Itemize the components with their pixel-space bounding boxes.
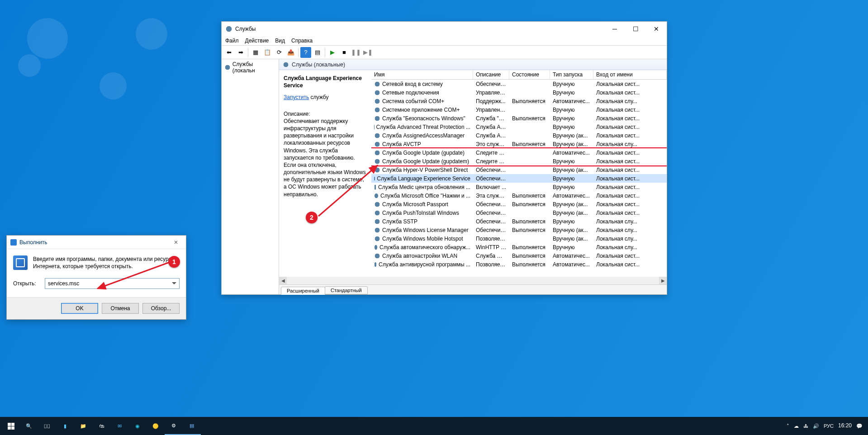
service-row[interactable]: Служба Language Experience ServiceОбеспе…	[371, 174, 667, 183]
service-icon	[374, 175, 375, 182]
tray-onedrive-icon[interactable]: ☁	[794, 423, 799, 429]
col-logon[interactable]: Вход от имени	[593, 70, 667, 79]
services-rows[interactable]: Сетевой вход в системуОбеспечив...Вручну…	[371, 80, 667, 277]
service-row[interactable]: Служба Windows Mobile HotspotПозволяет .…	[371, 234, 667, 243]
forward-button[interactable]: ➡	[235, 47, 246, 58]
run-close-button[interactable]: ✕	[170, 237, 182, 248]
service-row[interactable]: Сетевой вход в системуОбеспечив...Вручну…	[371, 80, 667, 88]
run-browse-button[interactable]: Обзор...	[142, 303, 180, 314]
taskbar-app-manager[interactable]: ▤	[183, 417, 201, 435]
search-button[interactable]: 🔍	[20, 417, 38, 435]
task-view-button[interactable]: ⌷⌷	[38, 417, 56, 435]
stop-service-button[interactable]: ■	[339, 47, 350, 58]
service-desc: Включает ...	[473, 184, 509, 190]
minimize-button[interactable]: ─	[604, 22, 625, 36]
tree-node-services-local[interactable]: Службы (локальн	[222, 60, 279, 75]
run-ok-button[interactable]: OK	[61, 303, 98, 314]
service-row[interactable]: Система событий COM+Поддержк...Выполняет…	[371, 97, 667, 105]
service-row[interactable]: Сетевые подключенияУправляет ...ВручнуюЛ…	[371, 88, 667, 97]
export-list-button[interactable]: 📋	[262, 47, 273, 58]
help-button[interactable]: ?	[300, 47, 311, 58]
service-icon	[374, 90, 380, 96]
scroll-left-button[interactable]: ◀	[279, 277, 287, 284]
run-cancel-button[interactable]: Отмена	[102, 303, 139, 314]
taskbar-app-chrome[interactable]: 🟡	[147, 417, 165, 435]
taskbar-app-notepad[interactable]: ▮	[56, 417, 74, 435]
col-state[interactable]: Состояние	[509, 70, 550, 79]
service-desc: Управлени...	[473, 107, 509, 113]
service-row[interactable]: Служба Microsoft Office "Нажми и ...Эта …	[371, 191, 667, 200]
tree-node-label: Службы (локальн	[232, 61, 276, 74]
col-name[interactable]: Имя	[371, 70, 473, 79]
service-startup: Автоматичес...	[550, 98, 593, 104]
service-desc: WinHTTP р...	[473, 244, 509, 251]
service-desc: Позволяет ...	[473, 236, 509, 242]
col-startup[interactable]: Тип запуска	[550, 70, 593, 79]
tab-standard[interactable]: Стандартный	[325, 286, 368, 294]
tray-network-icon[interactable]: 🖧	[803, 423, 808, 429]
service-name: Служба AssignedAccessManager	[382, 132, 465, 139]
tray-chevron-up-icon[interactable]: ˄	[787, 423, 789, 429]
scroll-right-button[interactable]: ▶	[659, 277, 667, 284]
service-desc: Служба Ad...	[473, 124, 509, 130]
horizontal-scrollbar[interactable]: ◀ ▶	[279, 277, 667, 284]
taskbar-app-mail[interactable]: ✉	[110, 417, 128, 435]
refresh-button[interactable]: ⟳	[274, 47, 285, 58]
service-icon	[374, 150, 380, 156]
service-row[interactable]: Служба "Безопасность Windows"Служба "Б..…	[371, 114, 667, 123]
service-row[interactable]: Служба Windows License ManagerОбеспечив.…	[371, 226, 667, 234]
run-titlebar[interactable]: Выполнить ✕	[7, 236, 186, 249]
service-icon	[374, 141, 380, 147]
export-button[interactable]: 📤	[285, 47, 296, 58]
tray-volume-icon[interactable]: 🔊	[813, 423, 819, 429]
service-row[interactable]: Служба PushToInstall WindowsОбеспечив...…	[371, 208, 667, 217]
service-row[interactable]: Служба Google Update (gupdate)Следите за…	[371, 148, 667, 157]
start-service-button[interactable]: ▶	[327, 47, 338, 58]
service-row[interactable]: Служба автонастройки WLANСлужба WL...Вып…	[371, 251, 667, 260]
service-row[interactable]: Служба Hyper-V PowerShell DirectОбеспечи…	[371, 165, 667, 174]
service-row[interactable]: Служба Advanced Threat Protection ...Слу…	[371, 123, 667, 131]
service-state: Выполняется	[509, 141, 550, 147]
maximize-button[interactable]: ☐	[625, 22, 646, 36]
run-open-label: Открыть:	[13, 280, 39, 287]
service-name: Системное приложение COM+	[382, 107, 460, 113]
start-button[interactable]	[2, 417, 20, 435]
restart-service-button[interactable]: ▶❚	[362, 47, 373, 58]
tray-notifications-icon[interactable]: 💬	[856, 423, 863, 429]
services-titlebar[interactable]: Службы ─ ☐ ✕	[222, 22, 667, 36]
service-state: Выполняется	[509, 115, 550, 122]
start-service-link[interactable]: Запустить	[284, 94, 309, 100]
taskbar-app-explorer[interactable]: 📁	[74, 417, 92, 435]
service-row[interactable]: Служба AssignedAccessManagerСлужба As...…	[371, 131, 667, 140]
tray-language[interactable]: РУС	[824, 423, 834, 429]
close-button[interactable]: ✕	[646, 22, 667, 36]
col-description[interactable]: Описание	[473, 70, 509, 79]
options-button[interactable]: ▤	[312, 47, 323, 58]
menu-action[interactable]: Действие	[245, 38, 269, 44]
run-icon	[13, 255, 28, 270]
taskbar-app-services[interactable]: ⚙	[165, 417, 183, 435]
service-row[interactable]: Служба антивирусной программы ...Позволя…	[371, 260, 667, 269]
taskbar-app-store[interactable]: 🛍	[92, 417, 110, 435]
service-row[interactable]: Системное приложение COM+Управлени...Вру…	[371, 105, 667, 114]
service-row[interactable]: Служба SSTPОбеспечив...ВыполняетсяВручну…	[371, 217, 667, 226]
service-state: Выполняется	[509, 261, 550, 268]
run-open-input[interactable]	[45, 278, 180, 289]
menu-file[interactable]: Файл	[225, 38, 239, 44]
tab-extended[interactable]: Расширенный	[281, 287, 325, 295]
pause-service-button[interactable]: ❚❚	[351, 47, 361, 58]
service-row[interactable]: Служба AVCTPЭто служб...ВыполняетсяВручн…	[371, 140, 667, 148]
back-button[interactable]: ⬅	[223, 47, 234, 58]
menu-view[interactable]: Вид	[275, 38, 285, 44]
service-logon: Локальная сист...	[593, 184, 667, 190]
show-hide-tree-button[interactable]: ▦	[250, 47, 261, 58]
service-row[interactable]: Служба автоматического обнаруж...WinHTTP…	[371, 243, 667, 251]
service-row[interactable]: Служба Microsoft PassportОбеспечив...Вып…	[371, 200, 667, 208]
service-name: Служба автоматического обнаруж...	[379, 244, 470, 251]
menu-help[interactable]: Справка	[291, 38, 313, 44]
service-row[interactable]: Служба Medic центра обновления ...Включа…	[371, 183, 667, 191]
taskbar-app-edge[interactable]: ◉	[128, 417, 147, 435]
tray-clock[interactable]: 16:20	[838, 423, 852, 429]
service-startup: Вручную	[550, 90, 593, 96]
service-row[interactable]: Служба Google Update (gupdatem)Следите з…	[371, 157, 667, 165]
